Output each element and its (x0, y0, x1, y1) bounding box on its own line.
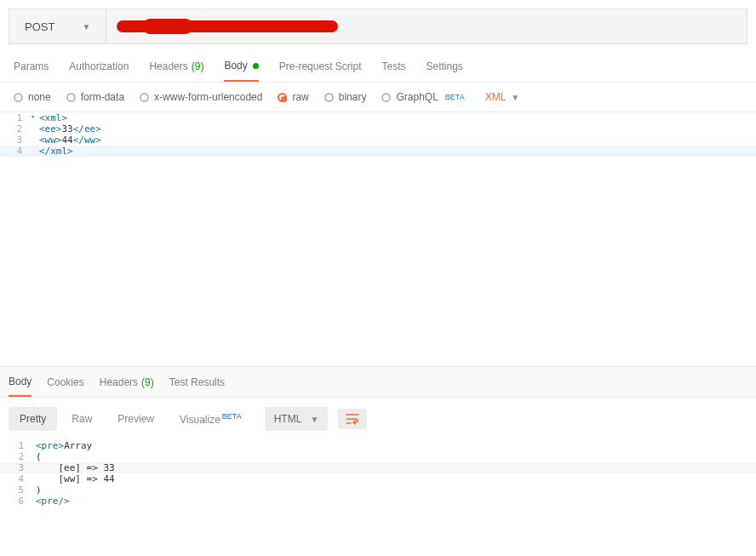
view-label: Pretty (20, 413, 46, 425)
response-tab-headers[interactable]: Headers (9) (100, 375, 154, 397)
body-format-select[interactable]: XML ▼ (485, 91, 520, 103)
radio-icon (381, 93, 391, 102)
response-format-select[interactable]: HTML ▼ (265, 407, 329, 431)
line-number: 4 (0, 473, 36, 484)
tab-label: Headers (100, 376, 138, 388)
tab-prerequest[interactable]: Pre-request Script (279, 60, 362, 82)
line-number: 3 (0, 135, 31, 146)
editor-line[interactable]: 3 [ee] => 33 (0, 462, 756, 473)
code-content: [ww] => 44 (36, 473, 115, 484)
http-method-value: POST (25, 20, 54, 33)
chevron-down-icon: ▼ (82, 22, 90, 32)
view-label: Visualize (180, 414, 220, 426)
view-visualize[interactable]: VisualizeBETA (169, 406, 253, 432)
radio-icon (324, 93, 334, 102)
response-tab-cookies[interactable]: Cookies (47, 375, 83, 397)
view-label: Preview (117, 413, 154, 425)
radio-binary[interactable]: binary (324, 91, 367, 103)
line-number: 1 (0, 440, 36, 451)
editor-line[interactable]: 4</xml> (0, 146, 756, 157)
line-number: 1 (0, 112, 31, 123)
tab-label: Params (14, 60, 49, 72)
http-method-select[interactable]: POST ▼ (9, 9, 106, 43)
line-number: 3 (0, 462, 36, 473)
tab-authorization[interactable]: Authorization (69, 60, 129, 82)
format-value: XML (485, 91, 507, 103)
view-pretty[interactable]: Pretty (9, 407, 57, 431)
code-content: ( (36, 451, 42, 462)
radio-label: binary (339, 91, 367, 103)
radio-label: GraphQL (396, 91, 438, 103)
radio-none[interactable]: none (14, 91, 51, 103)
editor-line[interactable]: 1▾<xml> (0, 112, 756, 123)
fold-icon[interactable]: ▾ (31, 112, 39, 123)
tab-label: Headers (149, 60, 187, 72)
radio-label: x-www-form-urlencoded (154, 91, 262, 103)
radio-icon (14, 93, 23, 102)
code-content: <ww>44</ww> (39, 135, 101, 146)
body-type-options: none form-data x-www-form-urlencoded raw… (0, 83, 756, 112)
tab-tests[interactable]: Tests (381, 60, 405, 82)
tab-label: Authorization (69, 60, 129, 72)
editor-line[interactable]: 3<ww>44</ww> (0, 135, 756, 146)
tab-label: Body (224, 60, 247, 72)
radio-urlencoded[interactable]: x-www-form-urlencoded (140, 91, 262, 103)
editor-line[interactable]: 1<pre>Array (0, 440, 756, 451)
view-raw[interactable]: Raw (60, 407, 103, 431)
modified-dot-icon (253, 63, 259, 69)
url-redacted (117, 20, 338, 32)
beta-badge: BETA (222, 412, 242, 421)
code-content: <pre/> (36, 496, 70, 507)
response-body-editor[interactable]: 1<pre>Array2(3 [ee] => 334 [ww] => 445)6… (0, 440, 756, 517)
tab-label: Pre-request Script (279, 60, 362, 72)
code-content: <pre>Array (36, 440, 92, 451)
radio-label: form-data (81, 91, 124, 103)
line-number: 4 (0, 146, 31, 157)
wrap-lines-button[interactable] (338, 409, 367, 429)
radio-formdata[interactable]: form-data (66, 91, 124, 103)
tab-label: Settings (427, 60, 463, 72)
url-input[interactable] (106, 9, 747, 43)
request-body-editor[interactable]: 1▾<xml>2<ee>33</ee>3<ww>44</ww>4</xml> (0, 112, 756, 366)
response-tab-body[interactable]: Body (9, 375, 32, 397)
tab-settings[interactable]: Settings (427, 60, 463, 82)
line-number: 5 (0, 484, 36, 496)
tab-params[interactable]: Params (14, 60, 49, 82)
view-preview[interactable]: Preview (106, 407, 165, 431)
editor-line[interactable]: 4 [ww] => 44 (0, 473, 756, 484)
editor-line[interactable]: 5) (0, 484, 756, 496)
code-content: </xml> (39, 146, 73, 157)
line-number: 6 (0, 496, 36, 507)
editor-line[interactable]: 2( (0, 451, 756, 462)
format-value: HTML (274, 413, 302, 425)
request-tabs: Params Authorization Headers (9) Body Pr… (0, 44, 756, 83)
headers-count: (9) (141, 376, 154, 388)
line-number: 2 (0, 123, 31, 135)
editor-line[interactable]: 6<pre/> (0, 496, 756, 507)
radio-icon (66, 93, 76, 102)
headers-count: (9) (192, 60, 204, 72)
radio-icon (278, 93, 287, 102)
tab-label: Cookies (47, 376, 83, 388)
line-number: 2 (0, 451, 36, 462)
fold-icon[interactable] (31, 123, 39, 135)
tab-label: Tests (381, 60, 405, 72)
response-tab-testresults[interactable]: Test Results (169, 375, 225, 397)
tab-headers[interactable]: Headers (9) (149, 60, 203, 82)
radio-icon (140, 93, 149, 102)
chevron-down-icon: ▼ (511, 93, 519, 102)
fold-icon[interactable] (31, 135, 39, 146)
editor-line[interactable]: 2<ee>33</ee> (0, 123, 756, 135)
response-toolbar: Pretty Raw Preview VisualizeBETA HTML ▼ (0, 398, 756, 440)
radio-label: raw (292, 91, 308, 103)
radio-graphql[interactable]: GraphQLBETA (381, 91, 464, 103)
radio-raw[interactable]: raw (278, 91, 308, 103)
chevron-down-icon: ▼ (310, 415, 318, 424)
fold-icon[interactable] (31, 146, 39, 157)
code-content: <ee>33</ee> (39, 123, 101, 135)
code-content: ) (36, 484, 42, 496)
tab-label: Body (9, 375, 32, 387)
tab-body[interactable]: Body (224, 60, 258, 82)
url-bar: POST ▼ (9, 9, 747, 44)
radio-label: none (28, 91, 51, 103)
